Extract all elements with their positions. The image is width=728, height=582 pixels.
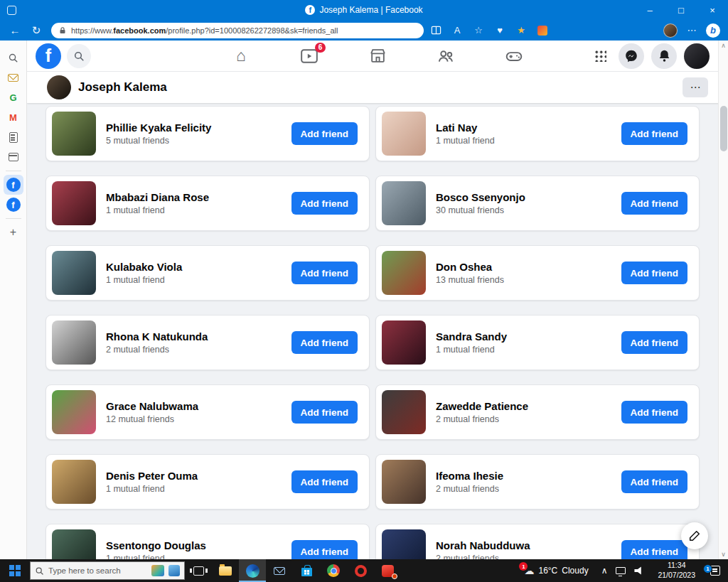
edge-taskbar-button[interactable] <box>239 559 266 582</box>
sidebar-google-icon[interactable]: G <box>0 87 27 107</box>
friend-name[interactable]: Don Oshea <box>436 261 504 273</box>
browser-profile-avatar[interactable] <box>661 23 680 38</box>
friend-name[interactable]: Ifeoma Ihesie <box>436 470 503 482</box>
friend-name[interactable]: Sandra Sandy <box>436 330 507 343</box>
file-explorer-button[interactable] <box>212 559 239 582</box>
favorites-star-icon[interactable]: ☆ <box>469 23 488 38</box>
scrollbar-thumb[interactable] <box>720 106 727 151</box>
scroll-down-arrow[interactable]: ∨ <box>719 549 728 559</box>
friend-name[interactable]: Denis Peter Ouma <box>106 470 198 482</box>
back-button[interactable]: ← <box>6 22 24 39</box>
extension-icon[interactable] <box>533 23 552 38</box>
read-aloud-icon[interactable]: A <box>448 23 466 38</box>
add-friend-button[interactable]: Add friend <box>621 401 688 424</box>
task-view-button[interactable] <box>185 559 212 582</box>
friend-name[interactable]: Rhona K Natukunda <box>106 330 208 343</box>
messenger-button[interactable] <box>619 43 644 69</box>
taskbar-search-box[interactable]: Type here to search <box>30 561 185 580</box>
settings-menu-button[interactable]: ⋯ <box>682 23 701 38</box>
extension-star-icon[interactable]: ★ <box>512 23 530 38</box>
friend-name[interactable]: Grace Nalubwama <box>106 400 198 412</box>
friend-photo[interactable] <box>382 529 426 559</box>
sidebar-calendar-icon[interactable] <box>0 147 27 167</box>
sidebar-search-icon[interactable] <box>0 48 27 68</box>
action-center-button[interactable]: 1 <box>702 559 728 582</box>
notifications-button[interactable] <box>651 43 677 69</box>
friend-photo[interactable] <box>382 460 426 504</box>
minimize-button[interactable]: – <box>634 0 665 20</box>
add-friend-button[interactable]: Add friend <box>621 331 688 354</box>
friend-photo[interactable] <box>382 112 426 156</box>
add-friend-button[interactable]: Add friend <box>291 122 358 145</box>
friend-photo[interactable] <box>52 529 96 559</box>
copilot-icon[interactable]: b <box>704 23 722 38</box>
friend-photo[interactable] <box>382 251 426 295</box>
friend-name[interactable]: Lati Nay <box>436 122 495 134</box>
friend-photo[interactable] <box>52 460 96 504</box>
search-highlight-icon[interactable] <box>151 565 164 576</box>
profile-more-button[interactable]: ⋯ <box>682 77 708 97</box>
volume-icon[interactable] <box>634 566 643 575</box>
browser-essentials-icon[interactable]: ♥ <box>491 23 509 38</box>
store-taskbar-button[interactable] <box>293 559 320 582</box>
add-friend-button[interactable]: Add friend <box>291 470 358 493</box>
friend-name[interactable]: Norah Nabudduwa <box>436 539 530 551</box>
account-avatar[interactable] <box>684 43 710 69</box>
refresh-button[interactable]: ↻ <box>27 22 46 39</box>
friend-photo[interactable] <box>52 181 96 225</box>
friend-photo[interactable] <box>382 320 426 365</box>
friend-photo[interactable] <box>52 251 96 295</box>
friend-photo[interactable] <box>52 320 96 365</box>
tray-chevron-up-icon[interactable]: ∧ <box>601 566 608 576</box>
add-friend-button[interactable]: Add friend <box>291 401 358 424</box>
close-button[interactable]: × <box>697 0 728 20</box>
vertical-scrollbar[interactable]: ∧ ∨ <box>718 41 728 559</box>
friend-name[interactable]: Mbabazi Diana Rose <box>106 191 209 203</box>
sidebar-facebook-icon[interactable]: f <box>0 195 27 215</box>
opera-taskbar-button[interactable] <box>347 559 374 582</box>
network-icon[interactable] <box>616 567 626 574</box>
add-friend-button[interactable]: Add friend <box>621 122 688 145</box>
groups-tab[interactable] <box>434 45 457 68</box>
watch-tab[interactable]: 6 <box>298 45 321 68</box>
add-friend-button[interactable]: Add friend <box>291 192 358 215</box>
add-friend-button[interactable]: Add friend <box>291 262 358 284</box>
profile-avatar[interactable] <box>47 75 71 99</box>
chrome-taskbar-button[interactable] <box>320 559 347 582</box>
taskbar-clock[interactable]: 11:34 21/07/2023 <box>658 561 695 580</box>
split-screen-icon[interactable] <box>427 23 445 38</box>
friend-photo[interactable] <box>382 181 426 225</box>
friend-name[interactable]: Phillie Kyaka Felicity <box>106 122 211 134</box>
friend-photo[interactable] <box>382 390 426 434</box>
add-friend-button[interactable]: Add friend <box>291 540 358 559</box>
sidebar-gmail-icon[interactable]: M <box>0 107 27 127</box>
red-app-taskbar-button[interactable] <box>374 559 401 582</box>
app-menu-button[interactable] <box>589 45 611 68</box>
add-friend-button[interactable]: Add friend <box>621 192 688 215</box>
friend-name[interactable]: Kulabako Viola <box>106 261 182 273</box>
gaming-tab[interactable] <box>503 45 525 68</box>
sidebar-calculator-icon[interactable] <box>0 127 27 147</box>
add-friend-button[interactable]: Add friend <box>621 540 688 559</box>
add-friend-button[interactable]: Add friend <box>291 331 358 354</box>
sidebar-facebook-active[interactable]: f <box>0 175 27 195</box>
search-app-icon[interactable] <box>168 565 180 576</box>
add-friend-button[interactable]: Add friend <box>621 470 688 493</box>
add-friend-button[interactable]: Add friend <box>621 262 688 284</box>
sidebar-mail-icon[interactable] <box>0 68 27 87</box>
lock-icon[interactable] <box>58 26 67 35</box>
maximize-button[interactable]: □ <box>665 0 697 20</box>
compose-fab-button[interactable] <box>681 522 708 549</box>
friend-name[interactable]: Ssentongo Douglas <box>106 539 206 551</box>
weather-widget[interactable]: ☁1 16°C Cloudy <box>524 565 588 576</box>
sidebar-add-button[interactable]: + <box>0 222 27 242</box>
friend-name[interactable]: Zawedde Patience <box>436 400 528 412</box>
start-button[interactable] <box>0 559 30 582</box>
scroll-up-arrow[interactable]: ∧ <box>719 41 728 50</box>
marketplace-tab[interactable] <box>366 45 389 68</box>
friend-photo[interactable] <box>52 390 96 434</box>
address-bar[interactable]: https://www.facebook.com/profile.php?id=… <box>51 23 424 38</box>
home-tab[interactable]: ⌂ <box>230 45 252 68</box>
mail-taskbar-button[interactable] <box>266 559 293 582</box>
workspaces-icon[interactable] <box>7 6 16 15</box>
